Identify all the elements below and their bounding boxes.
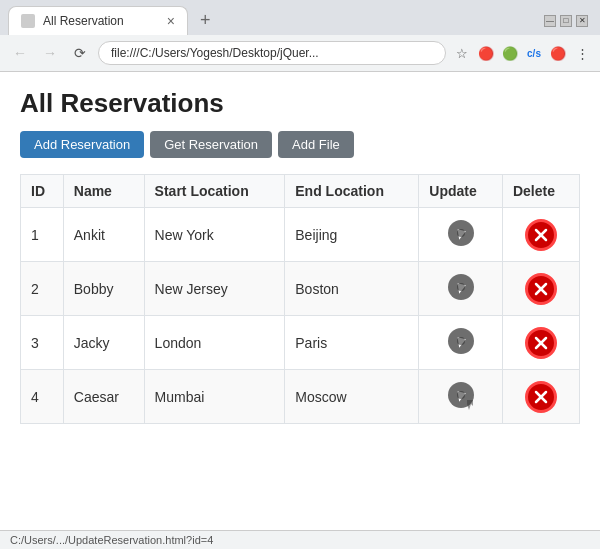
active-tab[interactable]: All Reservation × [8,6,188,35]
tab-favicon [21,14,35,28]
address-bar: ← → ⟳ ☆ 🔴 🟢 c/s 🔴 ⋮ [0,35,600,71]
cell-end-location: Beijing [285,208,419,262]
page-title: All Reservations [20,88,580,119]
cell-delete[interactable] [502,262,579,316]
update-icon[interactable] [446,218,476,248]
cell-end-location: Moscow [285,370,419,424]
status-text: C:/Users/.../UpdateReservation.html?id=4 [10,534,213,546]
col-start-location: Start Location [144,175,285,208]
delete-button[interactable] [525,219,557,251]
table-row: 4 Caesar Mumbai Moscow [21,370,580,424]
window-controls: — □ ✕ [544,15,592,27]
col-update: Update [419,175,503,208]
cell-start-location: London [144,316,285,370]
table-header: ID Name Start Location End Location Upda… [21,175,580,208]
cell-delete[interactable] [502,370,579,424]
table-row: 3 Jacky London Paris [21,316,580,370]
col-end-location: End Location [285,175,419,208]
new-tab-button[interactable]: + [192,6,219,35]
cell-delete[interactable] [502,208,579,262]
cell-start-location: New Jersey [144,262,285,316]
status-bar: C:/Users/.../UpdateReservation.html?id=4 [0,530,600,549]
cell-end-location: Boston [285,262,419,316]
cell-id: 1 [21,208,64,262]
button-group: Add Reservation Get Reservation Add File [20,131,580,158]
table-row: 1 Ankit New York Beijing [21,208,580,262]
svg-point-5 [457,283,465,291]
toolbar-icons: ☆ 🔴 🟢 c/s 🔴 ⋮ [452,43,592,63]
table-row: 2 Bobby New Jersey Boston [21,262,580,316]
cell-update[interactable] [419,208,503,262]
table-body: 1 Ankit New York Beijing [21,208,580,424]
reload-button[interactable]: ⟳ [68,41,92,65]
cell-id: 3 [21,316,64,370]
cell-name: Ankit [63,208,144,262]
delete-button[interactable] [525,327,557,359]
cell-end-location: Paris [285,316,419,370]
header-row: ID Name Start Location End Location Upda… [21,175,580,208]
browser-chrome: All Reservation × + — □ ✕ ← → ⟳ ☆ 🔴 🟢 c/… [0,0,600,72]
extension-icon1[interactable]: 🔴 [476,43,496,63]
cell-name: Jacky [63,316,144,370]
reservations-table: ID Name Start Location End Location Upda… [20,174,580,424]
update-icon[interactable] [446,326,476,356]
close-window-button[interactable]: ✕ [576,15,588,27]
cell-name: Bobby [63,262,144,316]
svg-point-1 [457,229,465,237]
add-reservation-button[interactable]: Add Reservation [20,131,144,158]
cell-id: 4 [21,370,64,424]
svg-point-9 [457,337,465,345]
col-name: Name [63,175,144,208]
extension-icon4[interactable]: 🔴 [548,43,568,63]
tab-bar: All Reservation × + — □ ✕ [0,0,600,35]
svg-point-13 [457,391,465,399]
cell-update[interactable] [419,316,503,370]
delete-button[interactable] [525,273,557,305]
cell-start-location: New York [144,208,285,262]
extension-icon2[interactable]: 🟢 [500,43,520,63]
cell-update[interactable] [419,370,503,424]
col-id: ID [21,175,64,208]
cell-name: Caesar [63,370,144,424]
delete-button[interactable] [525,381,557,413]
minimize-button[interactable]: — [544,15,556,27]
add-file-button[interactable]: Add File [278,131,354,158]
address-input[interactable] [98,41,446,65]
cell-start-location: Mumbai [144,370,285,424]
tab-title: All Reservation [43,14,124,28]
back-button[interactable]: ← [8,41,32,65]
update-icon[interactable] [446,380,476,410]
cell-update[interactable] [419,262,503,316]
cell-delete[interactable] [502,316,579,370]
cell-id: 2 [21,262,64,316]
get-reservation-button[interactable]: Get Reservation [150,131,272,158]
page-content: All Reservations Add Reservation Get Res… [0,72,600,530]
forward-button[interactable]: → [38,41,62,65]
star-icon[interactable]: ☆ [452,43,472,63]
update-icon[interactable] [446,272,476,302]
col-delete: Delete [502,175,579,208]
maximize-button[interactable]: □ [560,15,572,27]
extension-icon3[interactable]: c/s [524,43,544,63]
menu-button[interactable]: ⋮ [572,43,592,63]
tab-close-button[interactable]: × [167,13,175,29]
